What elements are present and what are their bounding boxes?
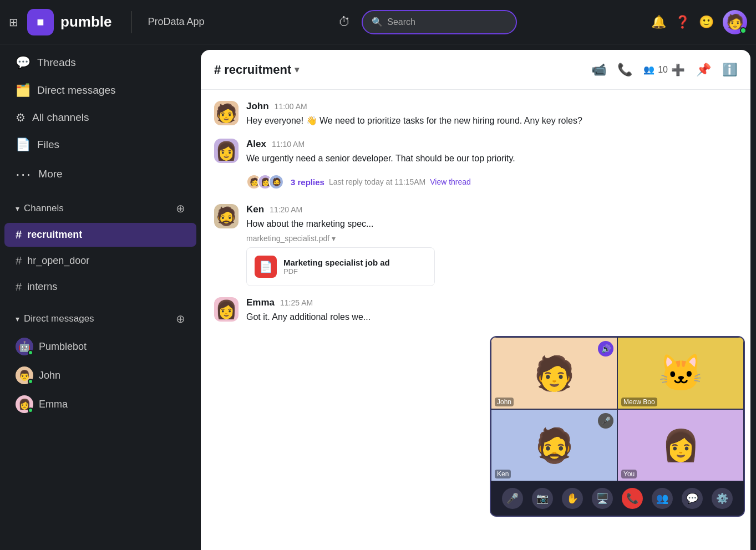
sidebar-item-more[interactable]: ··· More — [4, 160, 196, 189]
chat-button[interactable]: 💬 — [682, 488, 703, 509]
members-number: 10 — [658, 65, 668, 75]
grid-icon[interactable]: ⊞ — [9, 16, 18, 29]
john-msg-content: John 11:00 AM Hey everyone! 👋 We need to… — [246, 101, 737, 128]
ken-msg-header: Ken 11:20 AM — [246, 204, 737, 215]
emma-msg-time: 11:25 AM — [280, 298, 313, 307]
sidebar-item-all-channels[interactable]: ⚙ All channels — [4, 105, 196, 130]
add-dm-button[interactable]: ⊕ — [176, 312, 185, 325]
channel-chevron-icon[interactable]: ▾ — [295, 64, 299, 75]
online-indicator — [740, 27, 747, 34]
ken-msg-content: Ken 11:20 AM How about the marketing spe… — [246, 204, 737, 286]
history-icon[interactable]: ⏱ — [338, 15, 351, 29]
emma-avatar: 👩 — [16, 395, 33, 413]
channel-item-interns[interactable]: # interns — [4, 275, 196, 299]
replies-bar: 🧑 👩 🧔 3 replies Last reply today at 11:1… — [246, 171, 737, 193]
emoji-icon[interactable]: 🙂 — [699, 15, 714, 29]
alex-msg-header: Alex 11:10 AM — [246, 139, 737, 150]
topbar: ⊞ ■ pumble ProData App ⏱ 🔍 Search 🔔 ❓ 🙂 … — [0, 0, 756, 44]
search-bar[interactable]: 🔍 Search — [362, 10, 517, 34]
dm-item-pumblebot[interactable]: 🤖 Pumblebot — [4, 333, 196, 360]
mic-button[interactable]: 🎤 — [502, 488, 523, 509]
channel-item-hr-open-door[interactable]: # hr_open_door — [4, 249, 196, 273]
files-icon: 📄 — [16, 138, 31, 152]
phone-icon[interactable]: 📞 — [617, 63, 632, 77]
camera-button[interactable]: 📷 — [532, 488, 553, 509]
you-video-avatar: 👩 — [618, 410, 743, 481]
john-msg-time: 11:00 AM — [275, 102, 307, 111]
channels-section-header[interactable]: ▾ Channels ⊕ — [4, 196, 196, 221]
dm-chevron-icon: ▾ — [16, 314, 19, 323]
status-dot — [28, 408, 33, 413]
sidebar-item-files[interactable]: 📄 Files — [4, 132, 196, 157]
dm-item-emma[interactable]: 👩 Emma — [4, 391, 196, 417]
sidebar-item-threads[interactable]: 💬 Threads — [4, 50, 196, 75]
status-dot — [28, 379, 33, 384]
all-channels-icon: ⚙ — [16, 111, 26, 124]
chat-header-actions: 📹 📞 👥 10 ➕ 📌 ℹ️ — [591, 63, 737, 77]
add-channel-button[interactable]: ⊕ — [176, 202, 185, 215]
bell-icon[interactable]: 🔔 — [651, 15, 666, 29]
ken-msg-avatar: 🧔 — [214, 204, 239, 228]
john-avatar: 👨 — [16, 366, 33, 384]
emma-msg-avatar: 👩 — [214, 297, 239, 322]
replies-last-reply: Last reply today at 11:15AM — [329, 177, 425, 186]
pdf-name: Marketing specialist job ad — [283, 258, 390, 267]
settings-button[interactable]: ⚙️ — [712, 488, 733, 509]
hash-icon: # — [16, 254, 22, 267]
screen-share-button[interactable]: 🖥️ — [592, 488, 613, 509]
pdf-icon: 📄 — [255, 256, 277, 278]
hand-button[interactable]: ✋ — [562, 488, 583, 509]
ken-msg-text: How about the marketing spec... — [246, 217, 737, 231]
ken-video-label: Ken — [495, 470, 511, 478]
more-icon: ··· — [16, 165, 32, 183]
view-thread-link[interactable]: View thread — [430, 177, 471, 186]
john-msg-name: John — [246, 101, 269, 112]
dm-item-john[interactable]: 👨 John — [4, 362, 196, 389]
speaker-badge: 🔊 — [598, 341, 613, 357]
divider — [131, 11, 132, 33]
channel-hash-icon: # — [214, 63, 221, 77]
channels-chevron-icon: ▾ — [16, 204, 19, 213]
attachment-toggle[interactable]: marketing_specialist.pdf ▾ — [246, 234, 737, 243]
workspace-name: ProData App — [148, 16, 204, 28]
user-avatar[interactable]: 🧑 — [723, 10, 747, 34]
status-dot — [28, 350, 33, 355]
pumblebot-avatar: 🤖 — [16, 338, 33, 355]
video-cell-john: 🧑 🔊 John — [491, 337, 617, 409]
topbar-center: ⏱ 🔍 Search — [211, 10, 645, 34]
video-icon[interactable]: 📹 — [591, 63, 606, 77]
replies-count: 3 replies — [291, 177, 324, 187]
members-count[interactable]: 👥 10 ➕ — [643, 63, 685, 77]
ken-msg-name: Ken — [246, 204, 264, 215]
alex-msg-name: Alex — [246, 139, 266, 150]
hash-icon: # — [16, 281, 22, 293]
help-icon[interactable]: ❓ — [675, 15, 690, 29]
video-call-overlay: 🧑 🔊 John 🐱 Meow Boo 🧔 🎤 Ken 👩 — [490, 336, 745, 517]
john-msg-avatar: 🧑 — [214, 101, 239, 125]
video-controls: 🎤 📷 ✋ 🖥️ 📞 👥 💬 ⚙️ — [491, 481, 744, 516]
end-call-button[interactable]: 📞 — [622, 488, 643, 509]
reply-avatar-3: 🧔 — [268, 174, 284, 190]
john-msg-text: Hey everyone! 👋 We need to prioritize ta… — [246, 114, 737, 128]
video-cell-you: 👩 You — [617, 409, 744, 481]
pin-icon[interactable]: 📌 — [696, 63, 711, 77]
members-icon: 👥 — [643, 64, 654, 75]
channel-name: recruitment — [224, 63, 291, 77]
you-video-label: You — [621, 470, 637, 478]
chat-header: # recruitment ▾ 📹 📞 👥 10 ➕ 📌 ℹ️ — [201, 50, 750, 90]
channel-item-recruitment[interactable]: # recruitment — [4, 223, 196, 247]
info-icon[interactable]: ℹ️ — [722, 63, 737, 77]
reply-avatars: 🧑 👩 🧔 — [246, 174, 280, 190]
participants-button[interactable]: 👥 — [652, 488, 673, 509]
attachment-chevron-icon: ▾ — [332, 234, 336, 243]
emma-msg-name: Emma — [246, 297, 275, 308]
dm-section-header[interactable]: ▾ Direct messages ⊕ — [4, 307, 196, 331]
threads-icon: 💬 — [16, 55, 31, 70]
main-layout: 💬 Threads 🗂️ Direct messages ⚙ All chann… — [0, 44, 756, 550]
sidebar-item-direct-messages[interactable]: 🗂️ Direct messages — [4, 78, 196, 103]
video-grid: 🧑 🔊 John 🐱 Meow Boo 🧔 🎤 Ken 👩 — [491, 337, 744, 481]
video-cell-cat: 🐱 Meow Boo — [617, 337, 744, 409]
add-member-icon[interactable]: ➕ — [671, 63, 685, 77]
search-input[interactable]: Search — [387, 17, 415, 27]
app-logo[interactable]: ■ — [27, 9, 54, 35]
